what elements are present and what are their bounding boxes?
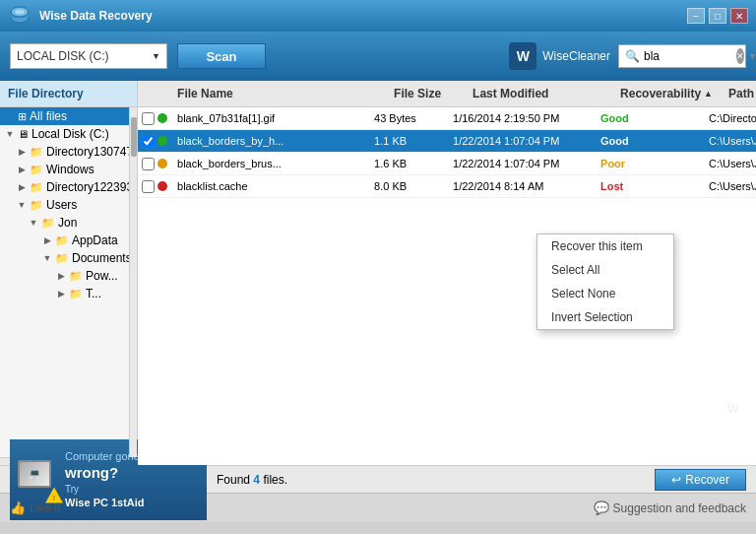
title-bar: Wise Data Recovery − □ ✕: [0, 0, 756, 32]
like-label: Like it: [30, 501, 60, 515]
ad-line4: Wise PC 1stAid: [65, 496, 145, 509]
tree-toggle-appdata[interactable]: ▶: [41, 234, 53, 246]
tree-toggle-pow[interactable]: ▶: [55, 270, 67, 282]
col-header-filename[interactable]: File Name: [171, 85, 388, 102]
tree-toggle-all-files[interactable]: [4, 110, 16, 122]
cell-recoverability-2: Good: [595, 133, 703, 149]
toolbar-left: LOCAL DISK (C:) ▼ Scan: [10, 43, 266, 69]
found-suffix: files.: [260, 473, 287, 487]
tree-toggle-documents[interactable]: ▼: [41, 252, 53, 264]
context-menu-select-none[interactable]: Select None: [537, 282, 673, 305]
tree-item-appdata[interactable]: ▶ 📁 AppData: [0, 232, 137, 249]
cell-modified-2: 1/22/2014 1:07:04 PM: [447, 133, 595, 149]
tree-label-local-disk: Local Disk (C:): [32, 127, 109, 141]
windows-icon: 📁: [30, 164, 43, 176]
tree-label-jon: Jon: [58, 216, 77, 230]
tree-item-jon[interactable]: ▼ 📁 Jon: [0, 214, 137, 232]
row1-checkbox[interactable]: [138, 112, 158, 125]
tree-label-documents: Documents: [72, 251, 132, 265]
thumbs-up-icon: 👍: [10, 501, 26, 515]
tree-label-appdata: AppData: [72, 234, 118, 247]
context-menu-select-all[interactable]: Select All: [537, 258, 673, 282]
status-bar: 💻 ! Computer gone wrong? Try Wise PC 1st…: [0, 465, 756, 493]
cell-size-4: 8.0 KB: [368, 178, 447, 194]
context-menu-invert-selection[interactable]: Invert Selection: [537, 305, 673, 329]
cell-path-4: C:\Users\Jon\Ap...: [703, 178, 756, 194]
tree-item-local-disk[interactable]: ▼ 🖥 Local Disk (C:): [0, 125, 137, 143]
cell-modified-4: 1/22/2014 8:14 AM: [447, 178, 595, 194]
tree-item-windows[interactable]: ▶ 📁 Windows: [0, 161, 137, 178]
recover-button[interactable]: ↩ Recover: [655, 469, 746, 491]
feedback-label: Suggestion and feedback: [613, 501, 746, 515]
cell-modified-1: 1/16/2014 2:19:50 PM: [447, 110, 595, 126]
drive-selector[interactable]: LOCAL DISK (C:) ▼: [10, 43, 167, 69]
search-dropdown-icon[interactable]: ▼: [748, 51, 756, 61]
col-size-label: File Size: [394, 87, 441, 100]
cell-path-1: C:\Directory195...: [703, 110, 756, 126]
row2-checkbox[interactable]: [138, 135, 158, 148]
all-files-icon: ⊞: [18, 110, 27, 123]
dropdown-arrow-icon: ▼: [152, 51, 160, 61]
tree-label-dir130747: Directory130747: [46, 145, 133, 159]
tree-toggle-local-disk[interactable]: ▼: [4, 128, 16, 140]
table-row[interactable]: blacklist.cache 8.0 KB 1/22/2014 8:14 AM…: [138, 175, 756, 198]
search-icon: 🔍: [625, 49, 640, 63]
col-header-modified[interactable]: Last Modified: [467, 85, 614, 102]
maximize-button[interactable]: □: [709, 8, 726, 24]
status-dot-lost: [158, 181, 167, 191]
scan-button[interactable]: Scan: [177, 43, 266, 69]
tree-vertical-scrollbar[interactable]: [129, 107, 137, 457]
close-button[interactable]: ✕: [730, 8, 748, 24]
tree-item-t[interactable]: ▶ 📁 T...: [0, 285, 137, 302]
tree-toggle-windows[interactable]: ▶: [16, 164, 28, 175]
title-bar-controls: − □ ✕: [687, 8, 748, 24]
tree-label-t: T...: [86, 287, 101, 300]
tree-item-all-files[interactable]: ⊞ All files: [0, 107, 137, 125]
tree-scrollbar-thumb[interactable]: [131, 117, 137, 157]
file-table-header: File Name File Size Last Modified Recove…: [138, 81, 756, 107]
tree-item-users[interactable]: ▼ 📁 Users: [0, 196, 137, 214]
file-directory-header: File Directory: [0, 81, 137, 107]
table-row[interactable]: black_borders_brus... 1.6 KB 1/22/2014 1…: [138, 153, 756, 175]
wisecleaner-label: WiseCleaner: [542, 49, 610, 63]
tree-toggle-dir122393[interactable]: ▶: [16, 181, 28, 193]
cell-size-3: 1.6 KB: [368, 156, 447, 171]
tree-item-dir130747[interactable]: ▶ 📁 Directory130747: [0, 143, 137, 161]
minimize-button[interactable]: −: [687, 8, 705, 24]
tree-label-windows: Windows: [46, 163, 94, 176]
cell-recoverability-4: Lost: [595, 178, 703, 194]
recover-label: Recover: [685, 473, 729, 487]
clear-icon: ✕: [736, 51, 744, 61]
row4-checkbox[interactable]: [138, 180, 158, 193]
col-recoverability-label: Recoverability: [620, 87, 701, 100]
tree-toggle-users[interactable]: ▼: [16, 199, 28, 211]
col-modified-label: Last Modified: [472, 87, 548, 100]
ad-monitor-icon: 💻: [18, 460, 51, 488]
tree-area: ⊞ All files ▼ 🖥 Local Disk (C:) ▶ 📁 Dire…: [0, 107, 137, 457]
table-row[interactable]: blank_07b31fa[1].gif 43 Bytes 1/16/2014 …: [138, 107, 756, 130]
col-header-size[interactable]: File Size: [388, 85, 467, 102]
tree-item-documents[interactable]: ▼ 📁 Documents: [0, 249, 137, 267]
search-clear-button[interactable]: ✕: [736, 48, 744, 64]
t-icon: 📁: [69, 288, 83, 300]
tree-toggle-jon[interactable]: ▼: [28, 217, 39, 229]
tree-item-dir122393[interactable]: ▶ 📁 Directory122393: [0, 178, 137, 196]
tree-scroll[interactable]: ⊞ All files ▼ 🖥 Local Disk (C:) ▶ 📁 Dire…: [0, 107, 137, 457]
tree-toggle-t[interactable]: ▶: [55, 288, 67, 300]
search-input[interactable]: [644, 49, 732, 63]
col-header-recoverability[interactable]: Recoverability ▲: [614, 85, 723, 102]
wisecleaner-logo: W WiseCleaner: [509, 42, 610, 70]
col-header-path[interactable]: Path: [723, 85, 756, 102]
table-row[interactable]: black_borders_by_h... 1.1 KB 1/22/2014 1…: [138, 130, 756, 153]
tree-label-pow: Pow...: [86, 269, 118, 283]
cell-modified-3: 1/22/2014 1:07:04 PM: [447, 156, 595, 171]
cell-filename-3: black_borders_brus...: [171, 156, 368, 171]
svg-point-3: [15, 10, 25, 15]
pow-icon: 📁: [69, 270, 83, 283]
tree-item-pow[interactable]: ▶ 📁 Pow...: [0, 267, 137, 285]
context-menu-recover-item[interactable]: Recover this item: [537, 234, 673, 258]
feedback-button[interactable]: 💬 Suggestion and feedback: [594, 501, 746, 515]
row3-checkbox[interactable]: [138, 158, 158, 170]
recover-icon: ↩: [671, 473, 681, 487]
tree-toggle-dir130747[interactable]: ▶: [16, 146, 28, 158]
